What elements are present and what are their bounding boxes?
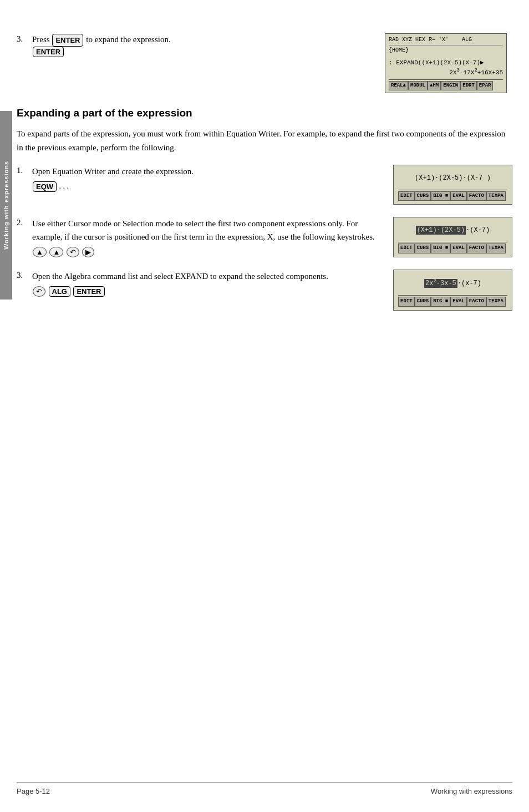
s3-texpa: TEXPA [486,297,506,307]
step-3-expr: 2x2-3x-5·(x-7) [398,273,507,293]
s3-big: BIG ■ [431,297,450,307]
top-calc-screen: RAD XYZ HEX R= 'X' ALG {HOME} : EXPAND((… [385,33,512,93]
s2-big: BIG ■ [431,243,450,253]
s3-edit: EDIT [398,297,415,307]
sidebar-tab: Working with expressions [0,111,12,300]
top-calculator: RAD XYZ HEX R= 'X' ALG {HOME} : EXPAND((… [385,33,507,93]
top-left: 3. Press ENTER to expand the expression.… [17,33,374,67]
s1-texpa: TEXPA [486,191,506,201]
step-1-calc: (X+1)·(2X-5)·(X-7 ) EDIT CURS BIG ■ EVAL… [388,165,512,205]
top-step-text: Press ENTER to expand the expression. [32,35,171,44]
calc-header-text: RAD XYZ HEX R= 'X' ALG [389,36,472,44]
s2-edit: EDIT [398,243,415,253]
footer-title: Working with expressions [431,787,512,795]
page-footer: Page 5-12 Working with expressions [17,782,512,795]
s1-big: BIG ■ [431,191,450,201]
step-2-selected: (X+1)·(2X-5) [416,226,466,235]
calc-menu-bar-top: REAL▲ MODUL ▲HM ENGIN EDRT EPAR [389,79,503,90]
step-2-menu: EDIT CURS BIG ■ EVAL FACTO TEXPA [398,242,507,253]
step-3-container: 3. Open the Algebra command list and sel… [17,270,512,311]
section-heading: Expanding a part of the expression [17,107,512,119]
calc-expression: : EXPAND((X+1)(2X-5)(X-7)▶ [389,59,503,67]
s2-eval: EVAL [450,243,467,253]
enter-key-2: ENTER [33,47,64,57]
step-1-container: 1. Open Equation Writer and create the e… [17,165,512,205]
s3-curs: CURS [415,297,431,307]
top-step-content: Press ENTER to expand the expression. EN… [32,33,374,57]
menu-edrt: EDRT [460,81,477,90]
sidebar-label: Working with expressions [3,161,9,250]
s1-edit: EDIT [398,191,415,201]
step-2-calc: (X+1)·(2X-5)·(X-7) EDIT CURS BIG ■ EVAL … [388,217,512,257]
step-2-number: 2. [17,217,32,227]
intro-text: To expand parts of the expression, you m… [17,127,512,155]
calc-result: 2X3-17X2+16X+35 [389,67,503,77]
calc-home: {HOME} [389,47,503,54]
menu-engin: ENGIN [441,81,460,90]
top-section: 3. Press ENTER to expand the expression.… [17,33,512,93]
enter-key-3: ENTER [73,286,104,297]
step-3-desc: Open the Algebra command list and select… [32,270,377,283]
step-1-expr: (X+1)·(2X-5)·(X-7 ) [398,169,507,187]
step-1-menu: EDIT CURS BIG ■ EVAL FACTO TEXPA [398,190,507,201]
top-step-row: 3. Press ENTER to expand the expression.… [17,33,374,57]
step-1-number: 1. [17,165,32,175]
menu-real: REAL▲ [389,81,408,90]
s3-eval: EVAL [450,297,467,307]
step-1-screen: (X+1)·(2X-5)·(X-7 ) EDIT CURS BIG ■ EVAL… [393,165,512,205]
right-key: ▶ [82,247,94,257]
menu-epar: EPAR [477,81,494,90]
s1-facto: FACTO [467,191,486,201]
calc-header: RAD XYZ HEX R= 'X' ALG [389,36,503,45]
step-3-calc: 2x2-3x-5·(x-7) EDIT CURS BIG ■ EVAL FACT… [388,270,512,311]
step-3-number: 3. [17,270,32,280]
step-1-keys: EQW . . . [32,181,377,192]
top-step-number: 3. [17,33,32,44]
step-1-body: Open Equation Writer and create the expr… [32,165,377,192]
step-2-body: Use either Cursor mode or Selection mode… [32,217,377,257]
up-key-2: ▲ [49,247,63,257]
step-2-expr: (X+1)·(2X-5)·(X-7) [398,221,507,240]
step-3-body: Open the Algebra command list and select… [32,270,377,297]
step-3-menu: EDIT CURS BIG ■ EVAL FACTO TEXPA [398,295,507,307]
eqw-key: EQW [33,181,57,192]
step-2-desc: Use either Cursor mode or Selection mode… [32,217,377,243]
step-3-keys: ↶ ALG ENTER [32,286,377,297]
step-1-desc: Open Equation Writer and create the expr… [32,165,377,178]
step-2-screen: (X+1)·(2X-5)·(X-7) EDIT CURS BIG ■ EVAL … [393,217,512,257]
step-3-left: 3. Open the Algebra command list and sel… [17,270,388,297]
menu-modul: MODUL [408,81,428,90]
s3-facto: FACTO [467,297,486,307]
step-2-container: 2. Use either Cursor mode or Selection m… [17,217,512,257]
footer-page: Page 5-12 [17,787,50,795]
left-key: ↶ [67,247,79,257]
s1-eval: EVAL [450,191,467,201]
menu-hm: ▲HM [428,81,441,90]
s2-facto: FACTO [467,243,486,253]
enter-key-1: ENTER [52,34,83,47]
step-3-selected: 2x2-3x-5 [424,279,457,288]
s1-curs: CURS [415,191,431,201]
step-3-screen: 2x2-3x-5·(x-7) EDIT CURS BIG ■ EVAL FACT… [393,270,512,311]
arrow-key: ↶ [33,286,45,297]
s2-texpa: TEXPA [486,243,506,253]
s2-curs: CURS [415,243,431,253]
alg-key: ALG [49,286,70,297]
up-key-1: ▲ [33,247,47,257]
step-2-keys: ▲ ▲ ↶ ▶ [32,247,377,257]
step-2-left: 2. Use either Cursor mode or Selection m… [17,217,388,257]
step-1-left: 1. Open Equation Writer and create the e… [17,165,388,192]
